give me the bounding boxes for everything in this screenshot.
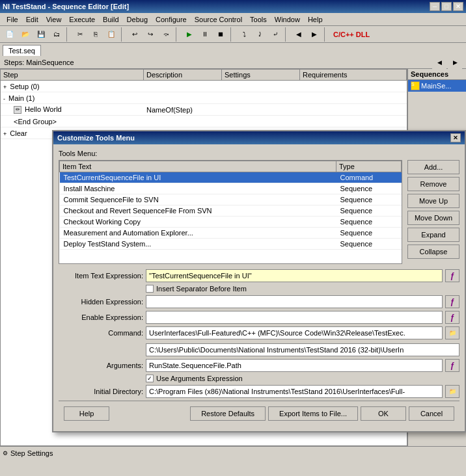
command-input1[interactable] <box>146 326 443 339</box>
tree-row-helloworld[interactable]: ✏ Hello World NameOf(Step) <box>1 104 407 116</box>
expand-icon-main[interactable]: - <box>3 96 5 102</box>
cancel-button[interactable]: Cancel <box>409 406 454 421</box>
tree-row-setup[interactable]: + Setup (0) <box>1 81 407 92</box>
tools-table-row[interactable]: Checkout Working CopySequence <box>60 217 402 228</box>
tools-table-container[interactable]: Item Text Type TestCurrentSequenceFile i… <box>59 160 402 264</box>
help-button[interactable]: Help <box>64 406 109 421</box>
col-settings: Settings <box>222 70 300 80</box>
menu-source-control[interactable]: Source Control <box>191 14 246 25</box>
step-over-button[interactable]: ⤸ <box>253 27 267 42</box>
tools-table-row[interactable]: Checkout and Revert SequenceFile From SV… <box>60 205 402 217</box>
command-input2[interactable] <box>146 343 459 356</box>
menu-debug[interactable]: Debug <box>123 14 152 25</box>
use-args-label: Use Arguments Expression <box>156 375 243 382</box>
minimize-button[interactable]: ─ <box>430 2 440 11</box>
ok-button[interactable]: OK <box>361 406 406 421</box>
tools-table-wrapper: Item Text Type TestCurrentSequenceFile i… <box>59 160 459 264</box>
item-text-fx-btn[interactable]: ƒ <box>445 269 459 282</box>
tools-table-row[interactable]: Deploy TestStand System...Sequence <box>60 239 402 250</box>
menu-execute[interactable]: Execute <box>65 14 99 25</box>
menu-tools[interactable]: Tools <box>246 14 271 25</box>
menu-view[interactable]: View <box>42 14 66 25</box>
enable-expr-input[interactable] <box>146 311 443 324</box>
hidden-expr-fx-btn[interactable]: ƒ <box>445 295 459 308</box>
move-up-button[interactable]: Move Up <box>407 194 459 208</box>
cut-button[interactable]: ✂ <box>73 27 87 42</box>
undo-button[interactable]: ↩ <box>128 27 142 42</box>
tab-testseq[interactable]: Test.seq <box>3 45 41 56</box>
copy-button[interactable]: ⎘ <box>89 27 103 42</box>
save-all-button[interactable]: 🗂 <box>49 27 64 42</box>
menu-file[interactable]: File <box>3 14 22 25</box>
menu-help[interactable]: Help <box>304 14 327 25</box>
pause-button[interactable]: ⏸ <box>198 27 212 42</box>
close-button[interactable]: ✕ <box>453 2 463 11</box>
tools-table-row[interactable]: Commit SequenceFile to SVNSequence <box>60 194 402 205</box>
tools-table-row[interactable]: Measurement and Automation Explorer...Se… <box>60 228 402 239</box>
expand-button[interactable]: Expand <box>407 228 459 242</box>
open-button[interactable]: 📂 <box>18 27 33 42</box>
add-button[interactable]: Add... <box>407 160 459 174</box>
tools-cell-text: Install Maschine <box>60 183 336 194</box>
breadcrumb-forward[interactable]: ▶ <box>448 55 462 70</box>
move-down-button[interactable]: Move Down <box>407 211 459 225</box>
hidden-expr-label: Hidden Expression: <box>59 298 143 306</box>
save-button[interactable]: 💾 <box>34 27 48 42</box>
tree-row-endgroup[interactable]: <End Group> <box>1 116 407 127</box>
initial-dir-row: Initial Directory: 📁 <box>59 385 459 398</box>
breadcrumb-back[interactable]: ◀ <box>432 55 446 70</box>
back-button[interactable]: ◀ <box>292 27 306 42</box>
separator-row: Insert Separator Before Item <box>146 285 459 293</box>
tree-cell-main: - Main (1) <box>1 94 144 103</box>
redo-button[interactable]: ↪ <box>143 27 158 42</box>
step-in-button[interactable]: ⤵ <box>237 27 251 42</box>
command-browse-btn[interactable]: 📁 <box>445 326 459 339</box>
item-text-input[interactable] <box>146 269 443 282</box>
restore-defaults-button[interactable]: Restore Defaults <box>190 406 266 421</box>
tree-cell-endgroup: <End Group> <box>1 117 144 126</box>
paste-button[interactable]: 📋 <box>104 27 118 42</box>
new-button[interactable]: 📄 <box>3 27 17 42</box>
dll-label: C/C++ DLL <box>331 31 372 38</box>
toolbar: 📄 📂 💾 🗂 ✂ ⎘ 📋 ↩ ↪ ⤼ ▶ ⏸ ⏹ ⤵ ⤸ ⤶ ◀ ▶ C/C+… <box>0 26 466 43</box>
forward-button[interactable]: ▶ <box>307 27 322 42</box>
expand-icon-setup[interactable]: + <box>3 84 7 90</box>
enable-expr-fx-btn[interactable]: ƒ <box>445 311 459 324</box>
tree-row-main[interactable]: - Main (1) <box>1 92 407 104</box>
breadcrumb-text: Steps: MainSequence <box>4 59 74 66</box>
item-text-label: Item Text Expression: <box>59 272 143 280</box>
customize-tools-dialog: Customize Tools Menu ✕ Tools Menu: Item … <box>52 130 466 432</box>
tools-table-row[interactable]: Install MaschineSequence <box>60 183 402 194</box>
separator-checkbox[interactable] <box>146 285 154 293</box>
tools-table-row[interactable]: TestCurrentSequenceFile in UICommand <box>60 172 402 183</box>
initial-dir-browse-btn[interactable]: 📁 <box>445 385 459 398</box>
menu-window[interactable]: Window <box>271 14 304 25</box>
menu-edit[interactable]: Edit <box>22 14 42 25</box>
dialog-close-button[interactable]: ✕ <box>450 133 461 142</box>
run-button[interactable]: ▶ <box>182 27 197 42</box>
redo2-button[interactable]: ⤼ <box>159 27 173 42</box>
tools-cell-type: Sequence <box>336 239 402 250</box>
tools-cell-text: TestCurrentSequenceFile in UI <box>60 172 336 183</box>
hidden-expr-row: Hidden Expression: ƒ <box>59 295 459 308</box>
toolbar-sep3 <box>176 27 180 42</box>
export-items-button[interactable]: Export Items to File... <box>268 406 358 421</box>
stop-button[interactable]: ⏹ <box>213 27 228 42</box>
maximize-button[interactable]: □ <box>441 2 452 11</box>
collapse-button[interactable]: Collapse <box>407 245 459 259</box>
arguments-input[interactable] <box>146 359 443 372</box>
arguments-fx-btn[interactable]: ƒ <box>445 359 459 372</box>
expand-icon-clear[interactable]: + <box>3 131 7 137</box>
menu-build[interactable]: Build <box>99 14 122 25</box>
dialog-title-bar: Customize Tools Menu ✕ <box>53 131 465 144</box>
initial-dir-input[interactable] <box>146 385 443 398</box>
sequence-item-main[interactable]: S MainSe... <box>408 80 466 92</box>
step-out-button[interactable]: ⤶ <box>268 27 282 42</box>
hidden-expr-input[interactable] <box>146 295 443 308</box>
menu-configure[interactable]: Configure <box>152 14 191 25</box>
col-requirements: Requirements <box>300 70 407 80</box>
command-label: Command: <box>59 329 143 337</box>
status-bar: ⚙ Step Settings <box>0 446 466 459</box>
use-args-checkbox[interactable] <box>146 375 154 382</box>
remove-button[interactable]: Remove <box>407 177 459 191</box>
